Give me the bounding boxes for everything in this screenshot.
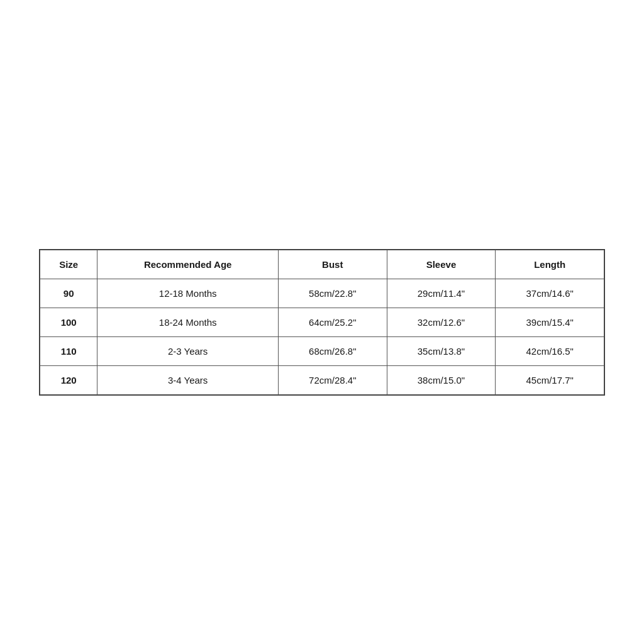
cell-length: 39cm/15.4" — [496, 308, 604, 336]
header-bust: Bust — [278, 250, 387, 279]
header-size: Size — [40, 250, 97, 279]
size-chart-container: Size Recommended Age Bust Sleeve Length … — [39, 249, 605, 396]
cell-size: 90 — [40, 279, 97, 308]
table-row: 9012-18 Months58cm/22.8"29cm/11.4"37cm/1… — [40, 279, 604, 308]
cell-bust: 64cm/25.2" — [278, 308, 387, 336]
cell-bust: 68cm/26.8" — [278, 336, 387, 365]
cell-age: 2-3 Years — [97, 336, 279, 365]
header-length: Length — [496, 250, 604, 279]
table-row: 1102-3 Years68cm/26.8"35cm/13.8"42cm/16.… — [40, 336, 604, 365]
cell-size: 110 — [40, 336, 97, 365]
cell-age: 12-18 Months — [97, 279, 279, 308]
cell-age: 3-4 Years — [97, 365, 279, 394]
table-row: 10018-24 Months64cm/25.2"32cm/12.6"39cm/… — [40, 308, 604, 336]
cell-sleeve: 35cm/13.8" — [387, 336, 496, 365]
cell-length: 42cm/16.5" — [496, 336, 604, 365]
cell-size: 100 — [40, 308, 97, 336]
table-header-row: Size Recommended Age Bust Sleeve Length — [40, 250, 604, 279]
cell-bust: 58cm/22.8" — [278, 279, 387, 308]
cell-length: 45cm/17.7" — [496, 365, 604, 394]
header-recommended-age: Recommended Age — [97, 250, 279, 279]
cell-sleeve: 29cm/11.4" — [387, 279, 496, 308]
cell-sleeve: 38cm/15.0" — [387, 365, 496, 394]
cell-bust: 72cm/28.4" — [278, 365, 387, 394]
size-chart-table: Size Recommended Age Bust Sleeve Length … — [40, 250, 604, 395]
cell-age: 18-24 Months — [97, 308, 279, 336]
cell-length: 37cm/14.6" — [496, 279, 604, 308]
table-row: 1203-4 Years72cm/28.4"38cm/15.0"45cm/17.… — [40, 365, 604, 394]
cell-size: 120 — [40, 365, 97, 394]
cell-sleeve: 32cm/12.6" — [387, 308, 496, 336]
header-sleeve: Sleeve — [387, 250, 496, 279]
